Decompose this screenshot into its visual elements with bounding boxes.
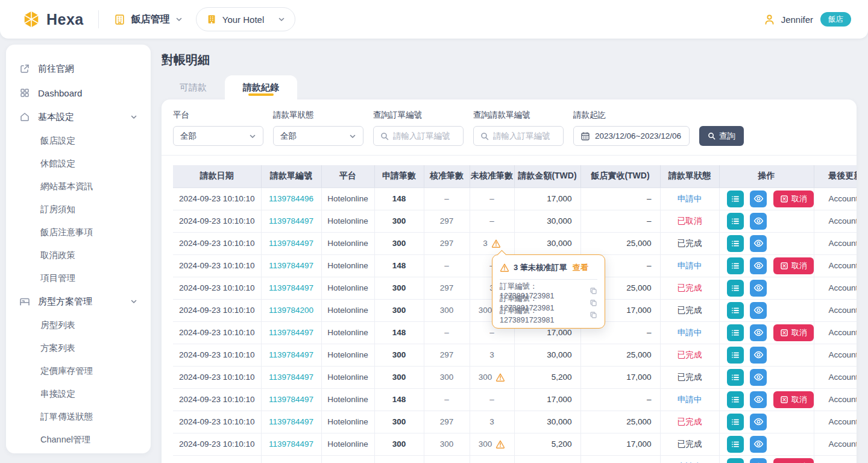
invoice-no-input[interactable] xyxy=(493,131,556,140)
view-button[interactable] xyxy=(750,436,767,453)
order-no-input[interactable] xyxy=(393,131,456,140)
sidebar-subitem-2-2[interactable]: 網站基本資訊 xyxy=(6,175,151,198)
user-name[interactable]: Jennifer xyxy=(781,14,813,25)
invoice-link[interactable]: 1139784496 xyxy=(269,194,313,203)
view-button[interactable] xyxy=(750,414,767,430)
tab-billing-records[interactable]: 請款紀錄 xyxy=(225,75,297,99)
tab-billable[interactable]: 可請款 xyxy=(162,75,225,99)
sidebar-item-0[interactable]: 前往官網 xyxy=(6,57,151,81)
sidebar-item-3[interactable]: 房型方案管理 xyxy=(6,289,151,313)
view-button[interactable] xyxy=(750,458,767,463)
cell-amount: 17,000 xyxy=(514,388,580,411)
warning-icon[interactable] xyxy=(491,239,501,248)
search-icon xyxy=(480,132,489,140)
column-header-1: 請款單編號 xyxy=(261,165,321,187)
detail-list-button[interactable] xyxy=(727,369,744,386)
view-button[interactable] xyxy=(750,324,767,341)
invoice-link[interactable]: 1139784497 xyxy=(269,350,313,359)
detail-list-button[interactable] xyxy=(727,213,744,230)
sidebar-subitem-2-5[interactable]: 取消政策 xyxy=(6,244,151,266)
view-button[interactable] xyxy=(750,302,767,319)
cell-platform: Hotelonline xyxy=(321,411,374,433)
invoice-status-select[interactable]: 全部 xyxy=(273,126,363,146)
invoice-link[interactable]: 1139784497 xyxy=(269,439,313,449)
sidebar-subitem-3-2[interactable]: 定價庫存管理 xyxy=(6,359,151,382)
invoice-link[interactable]: 1139784497 xyxy=(269,417,313,426)
platform-select[interactable]: 全部 xyxy=(173,126,263,146)
sidebar-subitem-2-3[interactable]: 訂房須知 xyxy=(6,198,151,221)
view-button[interactable] xyxy=(750,280,767,297)
cancel-button[interactable]: 取消 xyxy=(773,458,814,463)
view-button[interactable] xyxy=(750,213,767,230)
table-row: 2024-09-23 10:10:10 1139784497 Hotelonli… xyxy=(173,455,857,463)
cancel-button[interactable]: 取消 xyxy=(773,257,814,274)
detail-list-button[interactable] xyxy=(727,324,744,341)
invoice-link[interactable]: 1139784497 xyxy=(269,239,313,248)
sidebar-subitem-label: 房型列表 xyxy=(40,320,75,331)
copy-icon[interactable] xyxy=(590,311,597,319)
invoice-link[interactable]: 1139784200 xyxy=(269,306,313,315)
sidebar-subitem-3-1[interactable]: 方案列表 xyxy=(6,336,151,359)
detail-list-button[interactable] xyxy=(727,414,744,430)
cancel-button[interactable]: 取消 xyxy=(773,324,814,341)
view-button[interactable] xyxy=(750,369,767,386)
sidebar-subitem-2-0[interactable]: 飯店設定 xyxy=(6,129,151,152)
sidebar-subitem-2-6[interactable]: 項目管理 xyxy=(6,266,151,289)
detail-list-button[interactable] xyxy=(727,191,744,207)
view-button[interactable] xyxy=(750,191,767,207)
tooltip-view-link[interactable]: 查看 xyxy=(573,262,588,273)
sidebar-item-label: 基本設定 xyxy=(38,112,74,123)
nav-hotel-management[interactable]: 飯店管理 xyxy=(113,13,183,26)
cell-platform: Hotelonline xyxy=(321,187,374,210)
detail-list-button[interactable] xyxy=(727,391,744,408)
sidebar-subitem-2-4[interactable]: 飯店注意事項 xyxy=(6,221,151,244)
warning-icon[interactable] xyxy=(495,373,505,382)
detail-list-button[interactable] xyxy=(727,436,744,453)
warning-icon[interactable] xyxy=(495,439,505,449)
view-button[interactable] xyxy=(750,391,767,408)
cell-date: 2024-09-23 10:10:10 xyxy=(173,411,261,433)
invoice-link[interactable]: 1139784497 xyxy=(269,328,313,337)
cancel-button[interactable]: 取消 xyxy=(773,391,814,408)
cell-unapproved: – xyxy=(470,210,514,232)
invoice-link[interactable]: 1139784497 xyxy=(269,395,313,404)
cell-amount: 30,000 xyxy=(514,411,580,433)
chevron-down-icon xyxy=(249,133,256,140)
detail-list-button[interactable] xyxy=(727,302,744,319)
search-button[interactable]: 查詢 xyxy=(699,126,744,146)
view-button[interactable] xyxy=(750,347,767,364)
cell-applied: 148 xyxy=(374,187,424,210)
invoice-link[interactable]: 1139784497 xyxy=(269,216,313,225)
copy-icon[interactable] xyxy=(590,287,597,295)
detail-list-button[interactable] xyxy=(727,458,744,463)
cell-applied: 300 xyxy=(374,411,424,433)
detail-list-button[interactable] xyxy=(727,257,744,274)
sidebar-subitem-3-5[interactable]: Channel管理 xyxy=(6,428,151,451)
invoice-link[interactable]: 1139784497 xyxy=(269,283,313,292)
hotel-selector[interactable]: Your Hotel xyxy=(196,7,296,31)
sidebar-item-2[interactable]: 基本設定 xyxy=(6,105,151,129)
sidebar-item-1[interactable]: Dashboard xyxy=(6,81,151,105)
copy-icon[interactable] xyxy=(590,299,597,307)
tooltip-order-row: 訂單編號：1273891723981 xyxy=(500,309,597,321)
sidebar-subitem-label: Channel管理 xyxy=(40,434,90,446)
sidebar-subitem-2-1[interactable]: 休館設定 xyxy=(6,152,151,175)
sidebar-subitem-3-3[interactable]: 串接設定 xyxy=(6,382,151,405)
detail-list-button[interactable] xyxy=(727,347,744,364)
detail-list-button[interactable] xyxy=(727,235,744,252)
cell-approved: 297 xyxy=(424,210,470,232)
invoice-link[interactable]: 1139784497 xyxy=(269,373,313,382)
cell-applied: 300 xyxy=(374,210,424,232)
view-button[interactable] xyxy=(750,235,767,252)
detail-list-button[interactable] xyxy=(727,280,744,297)
list-icon xyxy=(731,417,740,427)
eye-icon xyxy=(753,216,764,226)
invoice-link[interactable]: 1139784497 xyxy=(269,261,313,270)
sidebar-subitem-3-4[interactable]: 訂單傳送狀態 xyxy=(6,405,151,428)
date-range-picker[interactable]: 2023/12/06~2023/12/06 xyxy=(573,126,690,146)
cancel-button[interactable]: 取消 xyxy=(773,191,814,207)
sidebar-subitem-3-0[interactable]: 房型列表 xyxy=(6,313,151,336)
view-button[interactable] xyxy=(750,257,767,274)
sidebar-subitem-label: 串接設定 xyxy=(40,388,75,400)
cell-actions xyxy=(719,232,814,254)
